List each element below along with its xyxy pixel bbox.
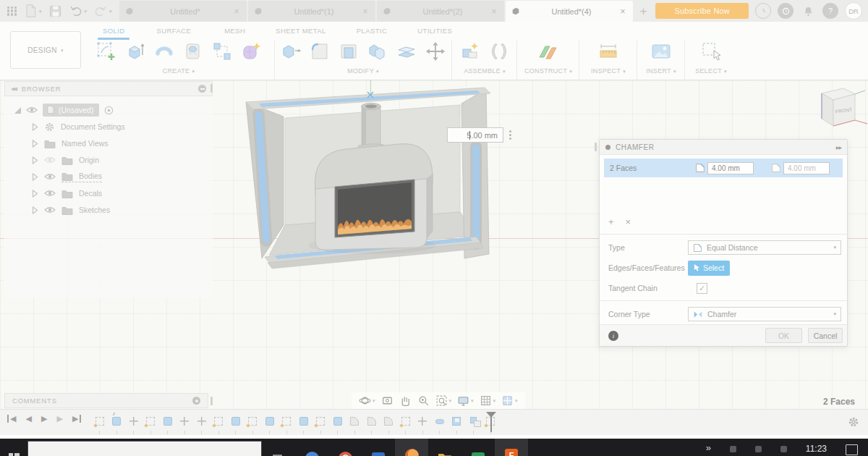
help-icon[interactable]: ? — [822, 3, 838, 19]
collapse-panel-icon[interactable]: ◀◀ — [11, 86, 16, 92]
notifications-bell-icon[interactable] — [800, 3, 816, 19]
activate-component-icon[interactable] — [104, 106, 114, 115]
construct-plane-button[interactable] — [536, 38, 561, 65]
browser-item-named-views[interactable]: Named Views — [32, 136, 109, 151]
tray-overflow-chevron[interactable]: » — [706, 442, 711, 453]
3d-model-fireplace[interactable] — [243, 82, 503, 276]
fit-button[interactable]: ▾ — [435, 394, 452, 407]
viewport-canvas[interactable]: 5.00 mm FRONT ◀◀ BROWSER (Unsaved) — [0, 80, 868, 409]
ok-button[interactable]: OK — [765, 328, 802, 343]
document-tab-3[interactable]: Untitled*(2) × — [377, 1, 504, 22]
visibility-eye-icon[interactable] — [44, 206, 56, 214]
distance-input-1[interactable]: 4.00 mm — [707, 162, 754, 174]
firefox-icon[interactable] — [395, 439, 428, 456]
timeline-step-forward-button[interactable]: ▶ — [56, 415, 62, 423]
timeline-feature-sketch[interactable] — [213, 413, 224, 430]
look-at-button[interactable] — [381, 394, 393, 407]
browser-item-document-settings[interactable]: Document Settings — [32, 119, 125, 134]
browser-item-origin[interactable]: Origin — [32, 153, 99, 167]
corner-type-dropdown[interactable]: Chamfer ▾ — [688, 307, 841, 321]
user-avatar[interactable]: DR — [845, 2, 862, 20]
timeline-feature-extrude[interactable] — [162, 413, 173, 430]
orbit-button[interactable]: ▾ — [359, 394, 375, 407]
browser-root-row[interactable]: (Unsaved) — [14, 103, 114, 117]
timeline-feature-fillet[interactable] — [349, 413, 360, 430]
extrude-button[interactable] — [123, 38, 148, 65]
timeline-feature-extrude[interactable] — [332, 413, 343, 430]
root-component[interactable]: (Unsaved) — [43, 104, 99, 117]
expander-open-icon[interactable] — [14, 107, 21, 114]
panel-resize-handle[interactable] — [210, 84, 213, 93]
split-body-button[interactable] — [394, 38, 419, 65]
chrome-icon[interactable] — [328, 439, 362, 456]
visibility-eye-icon[interactable] — [26, 106, 38, 114]
expander-icon[interactable] — [32, 190, 38, 198]
timeline-feature-sketch[interactable] — [400, 413, 411, 430]
dialog-header[interactable]: CHAMFER ▶▶ — [600, 140, 847, 155]
expander-icon[interactable] — [32, 123, 38, 131]
close-tab-icon[interactable]: × — [619, 7, 627, 17]
insert-menu-button[interactable]: INSERT▾ — [646, 67, 676, 75]
browser-collapse-icon[interactable] — [198, 85, 206, 93]
redo-button[interactable]: ▾ — [93, 4, 112, 17]
taskbar-search-box[interactable] — [27, 441, 262, 456]
remove-selection-button[interactable]: × — [626, 216, 631, 227]
tray-icon[interactable] — [780, 446, 787, 452]
info-icon[interactable]: i — [608, 331, 618, 341]
timeline-feature-fillet[interactable] — [366, 413, 377, 430]
timeline-feature-sketch[interactable] — [315, 413, 326, 430]
assemble-menu-button[interactable]: ASSEMBLE▾ — [464, 67, 506, 75]
file-explorer-icon[interactable] — [428, 439, 461, 456]
press-pull-button[interactable] — [278, 38, 303, 65]
inspect-menu-button[interactable]: INSPECT▾ — [591, 67, 626, 75]
timeline-feature-extrude[interactable] — [264, 413, 275, 430]
timeline-feature-shell[interactable] — [451, 413, 462, 430]
timeline-feature-move[interactable] — [196, 413, 207, 430]
comment-count-icon[interactable] — [192, 397, 200, 405]
start-button[interactable] — [0, 439, 27, 456]
fillet-button[interactable] — [307, 38, 332, 65]
close-tab-icon[interactable]: × — [233, 7, 241, 17]
task-view-button[interactable] — [262, 439, 295, 456]
tangent-chain-checkbox[interactable]: ✓ — [697, 283, 707, 294]
select-tool-button[interactable] — [699, 38, 723, 65]
timeline-feature-extrude-marked[interactable] — [111, 413, 122, 430]
timeline-feature-move[interactable] — [128, 413, 139, 430]
browser-item-decals[interactable]: Decals — [32, 186, 102, 200]
type-dropdown[interactable]: Equal Distance ▾ — [688, 240, 841, 255]
timeline-feature-sketch[interactable] — [247, 413, 258, 430]
cortana-icon[interactable] — [295, 439, 328, 456]
expander-icon[interactable] — [32, 173, 38, 181]
modify-menu-button[interactable]: MODIFY▾ — [347, 67, 379, 75]
dialog-drag-handle[interactable] — [595, 143, 597, 151]
joint-button[interactable] — [487, 38, 511, 65]
cancel-button[interactable]: Cancel — [808, 328, 843, 343]
file-menu-button[interactable]: ▾ — [23, 3, 42, 19]
expander-icon[interactable] — [32, 206, 38, 214]
display-settings-button[interactable]: ▾ — [457, 394, 474, 407]
expander-icon[interactable] — [32, 140, 38, 148]
tray-icon[interactable] — [755, 446, 762, 452]
viewports-button[interactable]: ▾ — [501, 394, 518, 407]
subscribe-now-button[interactable]: Subscribe Now — [655, 3, 749, 19]
pattern-button[interactable] — [210, 38, 234, 65]
expand-chevrons-icon[interactable]: ▶▶ — [836, 145, 841, 150]
document-tab-2[interactable]: Untitled*(1) × — [248, 1, 375, 22]
pan-button[interactable] — [399, 394, 412, 407]
timeline-feature-move[interactable] — [417, 413, 428, 430]
create-sketch-button[interactable] — [94, 38, 119, 65]
create-menu-button[interactable]: CREATE▾ — [163, 67, 195, 75]
comments-bar[interactable]: COMMENTS — [4, 393, 208, 408]
new-tab-button[interactable]: + — [634, 1, 653, 22]
taskbar-clock[interactable]: 11:23 — [806, 444, 827, 454]
timeline-feature-combine[interactable] — [468, 413, 479, 430]
history-clock-icon[interactable] — [778, 3, 793, 19]
construct-menu-button[interactable]: CONSTRUCT▾ — [524, 67, 572, 75]
shell-button[interactable] — [336, 38, 361, 65]
create-form-button[interactable] — [239, 38, 263, 65]
outlook-icon[interactable] — [362, 439, 395, 456]
document-tab-1[interactable]: Untitled* × — [119, 1, 247, 22]
visibility-eye-icon[interactable] — [44, 173, 56, 180]
select-menu-button[interactable]: SELECT▾ — [695, 67, 727, 75]
drag-grip-icon[interactable] — [509, 130, 511, 132]
